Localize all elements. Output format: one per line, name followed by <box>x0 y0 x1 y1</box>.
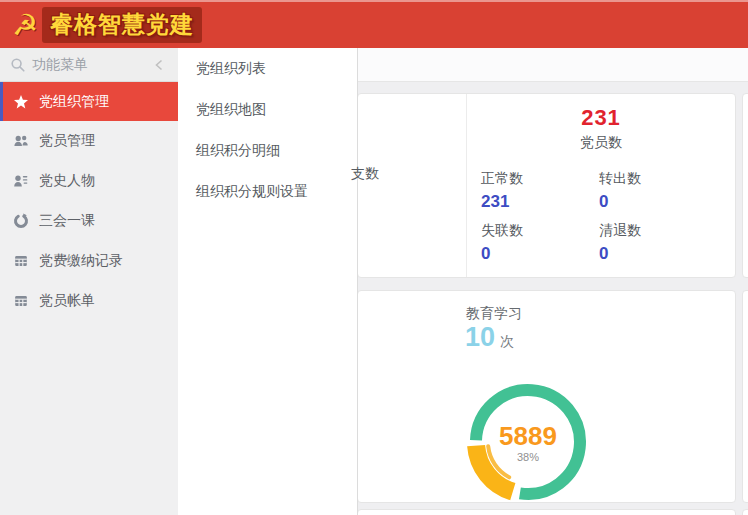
refresh-icon <box>13 213 29 229</box>
users-icon <box>13 133 29 149</box>
member-total-value: 231 <box>467 105 735 131</box>
submenu-item-org-list[interactable]: 党组织列表 <box>178 48 357 89</box>
clipped-card-bottom <box>357 509 736 515</box>
stat-expelled: 清退数 0 <box>599 222 709 264</box>
donut-center-labels: 5889 38% <box>466 380 590 504</box>
stat-value: 231 <box>481 192 591 212</box>
star-icon <box>13 94 29 110</box>
app-header: ☭ 睿格智慧党建 <box>0 0 748 48</box>
education-card: 教育学习 10 次 5889 38% <box>357 290 736 503</box>
stat-value: 0 <box>599 244 709 264</box>
stat-value: 0 <box>481 244 591 264</box>
app-logo: ☭ 睿格智慧党建 <box>12 7 202 43</box>
party-emblem-icon: ☭ <box>12 8 38 42</box>
sidebar-item-party-fee-records[interactable]: 党费缴纳记录 <box>0 241 178 281</box>
sidebar-item-label: 党费缴纳记录 <box>39 252 123 270</box>
clipped-card-bottom-corner <box>742 509 748 515</box>
branch-count-partial-label: 支数 <box>351 165 379 183</box>
sidebar-item-member-bills[interactable]: 党员帐单 <box>0 281 178 321</box>
clipped-card-top-right <box>742 93 748 278</box>
sidebar-item-party-history-figures[interactable]: 党史人物 <box>0 161 178 201</box>
sidebar-item-label: 党员帐单 <box>39 292 95 310</box>
education-count-value: 10 <box>465 322 495 353</box>
clipped-card-bottom-right <box>742 290 748 503</box>
active-indicator <box>0 82 3 121</box>
sidebar-item-member-management[interactable]: 党员管理 <box>0 121 178 161</box>
stat-label: 转出数 <box>599 170 709 188</box>
chevron-left-icon[interactable] <box>152 57 168 73</box>
sidebar-item-label: 党员管理 <box>39 132 95 150</box>
person-list-icon <box>13 173 29 189</box>
member-stats-card: 231 党员数 正常数 231 转出数 0 失联数 0 清退数 0 <box>357 93 736 278</box>
donut-chart: 5889 38% <box>466 380 590 504</box>
member-total-label: 党员数 <box>467 134 735 152</box>
sidebar-search[interactable]: 功能菜单 <box>0 48 178 82</box>
sidebar-item-label: 三会一课 <box>39 212 95 230</box>
donut-center-percent: 38% <box>517 451 539 463</box>
search-icon <box>10 57 26 73</box>
sidebar-search-label: 功能菜单 <box>32 56 152 74</box>
stat-value: 0 <box>599 192 709 212</box>
submenu-flyout: 党组织列表 党组织地图 组织积分明细 组织积分规则设置 <box>178 48 358 515</box>
education-count-unit: 次 <box>500 333 514 351</box>
stat-label: 清退数 <box>599 222 709 240</box>
app-title: 睿格智慧党建 <box>42 7 202 43</box>
submenu-item-org-map[interactable]: 党组织地图 <box>178 89 357 130</box>
stat-label: 正常数 <box>481 170 591 188</box>
app-window: ☭ 睿格智慧党建 功能菜单 党组织管理 <box>0 0 748 515</box>
education-count: 10 次 <box>465 322 514 353</box>
submenu-item-org-points-rules[interactable]: 组织积分规则设置 <box>178 171 357 212</box>
sidebar-item-label: 党史人物 <box>39 172 95 190</box>
stat-lost-contact: 失联数 0 <box>481 222 591 264</box>
sidebar-item-party-org-management[interactable]: 党组织管理 <box>0 82 178 121</box>
sidebar-item-label: 党组织管理 <box>39 93 109 111</box>
education-title: 教育学习 <box>466 305 522 323</box>
stat-transferred-out: 转出数 0 <box>599 170 709 212</box>
stat-normal: 正常数 231 <box>481 170 591 212</box>
calendar-grid-icon <box>13 293 29 309</box>
calendar-grid-icon <box>13 253 29 269</box>
submenu-item-org-points-detail[interactable]: 组织积分明细 <box>178 130 357 171</box>
donut-center-value: 5889 <box>499 422 557 450</box>
member-stats-section: 231 党员数 正常数 231 转出数 0 失联数 0 清退数 0 <box>467 94 735 277</box>
header-highlight-line <box>0 0 748 2</box>
stat-label: 失联数 <box>481 222 591 240</box>
sidebar: 功能菜单 党组织管理 党员管理 <box>0 48 178 515</box>
sidebar-item-three-meetings-one-lesson[interactable]: 三会一课 <box>0 201 178 241</box>
